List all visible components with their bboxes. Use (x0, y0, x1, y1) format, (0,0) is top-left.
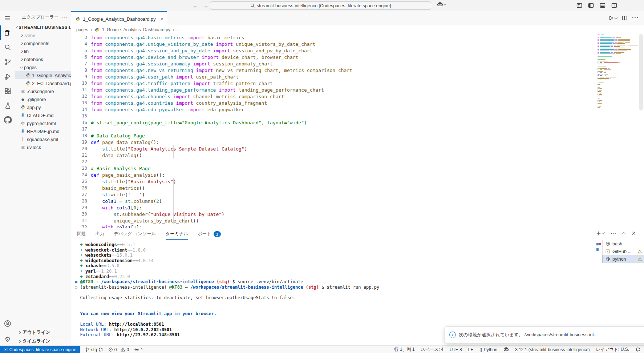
copilot-status[interactable] (503, 347, 509, 352)
customize-layout-icon[interactable] (576, 3, 582, 8)
editor-scrollbar[interactable] (639, 34, 643, 111)
breadcrumb-item[interactable]: 1_Google_Analytics_Dashboard.py (102, 27, 170, 32)
terminal-line (75, 301, 591, 306)
split-editor-icon[interactable] (622, 15, 627, 21)
forward-icon[interactable]: → (203, 3, 208, 9)
eol[interactable]: LF (468, 347, 473, 352)
terminal-line: + websocket-client==1.8.0 (75, 248, 591, 253)
warnings-icon (120, 347, 125, 352)
git-branch-status[interactable]: stg (85, 347, 103, 352)
python-file-icon (20, 105, 25, 110)
remote-indicator[interactable]: >< Codespaces: literate space engine (0, 346, 80, 353)
tab-active-file[interactable]: 1_Google_Analytics_Dashboard.py × (71, 11, 167, 26)
github-icon[interactable] (0, 113, 15, 127)
explorer-more-icon[interactable]: ··· (62, 15, 68, 20)
encoding[interactable]: UTF-8 (450, 347, 462, 352)
tree-file-squadbase-yml[interactable]: !squadbase.yml (15, 135, 71, 143)
tree-root-folder[interactable]: STREAMLIT-BUSINESS-I... (15, 23, 71, 31)
chevron-right-icon (18, 331, 21, 334)
panel-tab-出力[interactable]: 出力 (96, 228, 105, 240)
tree-folder-notebook[interactable]: notebook (15, 55, 71, 63)
tree-file-1-google-analytic-[interactable]: 1_Google_Analytic... (15, 71, 71, 79)
tree-folder-pages[interactable]: pages (15, 63, 71, 71)
explorer-icon[interactable] (0, 25, 15, 40)
tree-file-readme-jp-md[interactable]: README.jp.md (15, 127, 71, 135)
notification-toast[interactable]: i 次の環境が選択されています。 /workspaces/streamlit-b… (445, 326, 644, 343)
terminal-line (75, 306, 591, 311)
tree-folder-lib[interactable]: lib (15, 47, 71, 55)
panel-tab-問題[interactable]: 問題 (77, 228, 86, 240)
language-mode[interactable]: {}Python (479, 347, 497, 352)
tree-folder--venv[interactable]: .venv (15, 31, 71, 39)
tree-file--cursorignore[interactable]: .cursorignore (15, 87, 71, 95)
line-number: 26 (71, 185, 87, 190)
codespaces-remote-icon: >< (4, 348, 7, 352)
minimap[interactable] (598, 34, 638, 129)
back-icon[interactable]: ← (193, 3, 198, 9)
text-file-icon (20, 89, 25, 94)
run-debug-icon[interactable] (0, 69, 15, 84)
indentation[interactable]: スペース: 4 (421, 346, 443, 353)
more-actions-icon[interactable]: ··· (632, 15, 639, 21)
errors-icon (108, 347, 113, 352)
panel-more-icon[interactable]: ··· (611, 230, 616, 236)
sidebar-section-アウトライン[interactable]: アウトライン (15, 328, 71, 337)
ports-status[interactable]: 1 (134, 347, 143, 352)
code-line: 32 with cols1[1]: (71, 224, 644, 228)
run-python-button[interactable] (608, 15, 617, 21)
maximize-panel-icon[interactable] (622, 232, 626, 236)
line-number: 29 (71, 205, 87, 210)
tree-file-2-ec-dashboard-py[interactable]: 2_EC_Dashboard.py (15, 79, 71, 87)
tree-file-claude-md[interactable]: CLAUDE.md (15, 111, 71, 119)
terminal-line: ● @KT83 → /workspaces/streamlit-business… (75, 279, 591, 285)
toggle-primary-sidebar-icon[interactable] (588, 3, 594, 8)
terminal-instance-bash[interactable]: bash (603, 240, 644, 248)
panel-tab-ポート[interactable]: ポート1 (198, 228, 220, 240)
breadcrumb-item[interactable]: ... (177, 27, 181, 32)
terminal-instance-python[interactable]: python (603, 255, 644, 263)
tree-file-uv-lock[interactable]: uv.lock (15, 143, 71, 151)
chevron-right-icon (20, 50, 23, 53)
toggle-secondary-sidebar-icon[interactable] (611, 3, 617, 8)
menu-icon[interactable] (0, 11, 15, 25)
keyboard-layout[interactable]: レイアウト: U.S. (596, 346, 629, 353)
tab-close-icon[interactable]: × (161, 16, 163, 22)
nav-arrows: ← → (193, 1, 208, 9)
python-interpreter[interactable]: 3.12.1 (streamlit-business-intelligence) (515, 347, 590, 352)
notifications-bell-icon[interactable] (635, 347, 640, 352)
line-number: 30 (71, 212, 87, 217)
code-editor[interactable]: 3from components.ga4.basic_metrics impor… (71, 34, 644, 228)
code-line: 3from components.ga4.basic_metrics impor… (71, 34, 644, 41)
copilot-menu[interactable] (437, 1, 446, 8)
breadcrumb-item[interactable]: pages (76, 27, 88, 32)
terminal-instance-github-[interactable]: GitHub ... (603, 248, 644, 255)
new-terminal-button[interactable] (596, 231, 604, 236)
extensions-icon[interactable] (0, 84, 15, 98)
line-number: 32 (71, 225, 87, 228)
problems-status[interactable]: 0 0 (108, 347, 129, 352)
remote-label: Codespaces: literate space engine (9, 347, 76, 352)
line-number: 8 (71, 68, 87, 73)
dev-container-icon (605, 257, 610, 261)
tree-file-app-py[interactable]: app.py (15, 103, 71, 111)
testing-icon[interactable] (0, 98, 15, 113)
tree-folder-components[interactable]: components (15, 39, 71, 47)
close-panel-icon[interactable] (631, 231, 636, 236)
search-icon[interactable] (0, 40, 15, 55)
cursor-position[interactable]: 行 1、列 1 (394, 346, 415, 353)
settings-gear-icon[interactable]: ⚙ (0, 332, 15, 346)
line-number: 17 (71, 127, 87, 132)
sidebar-section-タイムライン[interactable]: タイムライン (15, 337, 71, 345)
tree-file--gitignore[interactable]: ◆.gitignore (15, 95, 71, 103)
panel-tab-ターミナル[interactable]: ターミナル (166, 228, 189, 240)
gitignore-icon: ◆ (20, 97, 25, 102)
account-icon[interactable] (0, 316, 15, 331)
tree-file-pyproject-toml[interactable]: ⚙pyproject.toml (15, 119, 71, 127)
command-center-search[interactable]: streamlit-business-intelligence [Codespa… (210, 1, 431, 10)
code-line: 22 (71, 159, 644, 165)
panel-tab-デバッグ コンソール[interactable]: デバッグ コンソール (114, 228, 156, 240)
copilot-icon (437, 1, 443, 8)
toggle-panel-icon[interactable] (600, 3, 605, 8)
file-label: pages (24, 65, 37, 70)
source-control-icon[interactable] (0, 55, 15, 69)
